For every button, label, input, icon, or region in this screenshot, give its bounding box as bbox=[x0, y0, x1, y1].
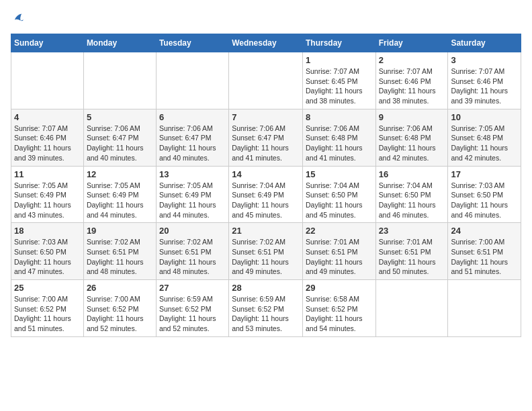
calendar-cell: 5Sunrise: 7:06 AM Sunset: 6:47 PM Daylig… bbox=[83, 109, 156, 166]
day-number: 27 bbox=[159, 283, 226, 293]
day-number: 20 bbox=[159, 226, 226, 236]
day-of-week-header: Friday bbox=[375, 34, 448, 52]
calendar-week-row: 4Sunrise: 7:07 AM Sunset: 6:46 PM Daylig… bbox=[11, 109, 521, 166]
day-number: 2 bbox=[379, 55, 445, 65]
day-info: Sunrise: 7:01 AM Sunset: 6:51 PM Dayligh… bbox=[306, 237, 373, 277]
calendar-cell: 8Sunrise: 7:06 AM Sunset: 6:48 PM Daylig… bbox=[302, 109, 375, 166]
calendar-cell: 29Sunrise: 6:58 AM Sunset: 6:52 PM Dayli… bbox=[302, 280, 375, 337]
day-info: Sunrise: 7:04 AM Sunset: 6:49 PM Dayligh… bbox=[232, 181, 300, 220]
day-number: 6 bbox=[159, 112, 226, 122]
calendar-cell bbox=[83, 52, 156, 109]
day-number: 21 bbox=[232, 226, 300, 236]
day-info: Sunrise: 7:02 AM Sunset: 6:51 PM Dayligh… bbox=[159, 237, 226, 277]
day-info: Sunrise: 7:03 AM Sunset: 6:50 PM Dayligh… bbox=[14, 237, 81, 277]
calendar-week-row: 11Sunrise: 7:05 AM Sunset: 6:49 PM Dayli… bbox=[11, 166, 521, 223]
day-info: Sunrise: 7:06 AM Sunset: 6:47 PM Dayligh… bbox=[159, 124, 226, 163]
day-number: 16 bbox=[379, 169, 445, 179]
calendar-cell: 17Sunrise: 7:03 AM Sunset: 6:50 PM Dayli… bbox=[448, 166, 521, 223]
day-number: 5 bbox=[87, 112, 153, 122]
calendar-cell: 7Sunrise: 7:06 AM Sunset: 6:47 PM Daylig… bbox=[229, 109, 303, 166]
day-number: 19 bbox=[87, 226, 153, 236]
day-of-week-header: Thursday bbox=[302, 34, 375, 52]
day-info: Sunrise: 7:06 AM Sunset: 6:48 PM Dayligh… bbox=[379, 124, 445, 163]
calendar-cell: 16Sunrise: 7:04 AM Sunset: 6:50 PM Dayli… bbox=[375, 166, 448, 223]
calendar-cell: 13Sunrise: 7:05 AM Sunset: 6:49 PM Dayli… bbox=[156, 166, 228, 223]
day-number: 29 bbox=[306, 283, 373, 293]
calendar-cell: 3Sunrise: 7:07 AM Sunset: 6:46 PM Daylig… bbox=[448, 52, 521, 109]
calendar-cell: 20Sunrise: 7:02 AM Sunset: 6:51 PM Dayli… bbox=[156, 223, 228, 280]
day-info: Sunrise: 7:07 AM Sunset: 6:46 PM Dayligh… bbox=[451, 66, 518, 106]
day-number: 7 bbox=[232, 112, 300, 122]
day-number: 18 bbox=[14, 226, 81, 236]
day-info: Sunrise: 7:00 AM Sunset: 6:52 PM Dayligh… bbox=[14, 294, 81, 334]
day-info: Sunrise: 7:07 AM Sunset: 6:46 PM Dayligh… bbox=[14, 124, 81, 163]
day-number: 11 bbox=[14, 169, 81, 179]
calendar-week-row: 1Sunrise: 7:07 AM Sunset: 6:45 PM Daylig… bbox=[11, 52, 521, 109]
day-number: 12 bbox=[87, 169, 153, 179]
calendar-table: SundayMondayTuesdayWednesdayThursdayFrid… bbox=[11, 34, 521, 337]
calendar-header-row: SundayMondayTuesdayWednesdayThursdayFrid… bbox=[11, 34, 521, 52]
calendar-cell: 4Sunrise: 7:07 AM Sunset: 6:46 PM Daylig… bbox=[11, 109, 84, 166]
calendar-cell: 27Sunrise: 6:59 AM Sunset: 6:52 PM Dayli… bbox=[156, 280, 228, 337]
calendar-cell: 26Sunrise: 7:00 AM Sunset: 6:52 PM Dayli… bbox=[83, 280, 156, 337]
calendar-cell: 15Sunrise: 7:04 AM Sunset: 6:50 PM Dayli… bbox=[302, 166, 375, 223]
day-info: Sunrise: 7:02 AM Sunset: 6:51 PM Dayligh… bbox=[87, 237, 153, 277]
calendar-cell: 12Sunrise: 7:05 AM Sunset: 6:49 PM Dayli… bbox=[83, 166, 156, 223]
calendar-cell: 9Sunrise: 7:06 AM Sunset: 6:48 PM Daylig… bbox=[375, 109, 448, 166]
calendar-cell: 11Sunrise: 7:05 AM Sunset: 6:49 PM Dayli… bbox=[11, 166, 84, 223]
day-number: 28 bbox=[232, 283, 300, 293]
page-header bbox=[11, 11, 521, 26]
day-number: 24 bbox=[451, 226, 518, 236]
day-number: 17 bbox=[451, 169, 518, 179]
calendar-cell: 18Sunrise: 7:03 AM Sunset: 6:50 PM Dayli… bbox=[11, 223, 84, 280]
day-info: Sunrise: 7:06 AM Sunset: 6:47 PM Dayligh… bbox=[232, 124, 300, 163]
day-info: Sunrise: 7:05 AM Sunset: 6:49 PM Dayligh… bbox=[14, 181, 81, 220]
calendar-cell: 24Sunrise: 7:00 AM Sunset: 6:51 PM Dayli… bbox=[448, 223, 521, 280]
day-info: Sunrise: 7:05 AM Sunset: 6:49 PM Dayligh… bbox=[159, 181, 226, 220]
day-info: Sunrise: 7:07 AM Sunset: 6:45 PM Dayligh… bbox=[306, 66, 373, 106]
day-of-week-header: Saturday bbox=[448, 34, 521, 52]
day-info: Sunrise: 7:04 AM Sunset: 6:50 PM Dayligh… bbox=[306, 181, 373, 220]
calendar-cell: 1Sunrise: 7:07 AM Sunset: 6:45 PM Daylig… bbox=[302, 52, 375, 109]
day-info: Sunrise: 6:59 AM Sunset: 6:52 PM Dayligh… bbox=[159, 294, 226, 334]
logo bbox=[11, 11, 28, 26]
calendar-week-row: 25Sunrise: 7:00 AM Sunset: 6:52 PM Dayli… bbox=[11, 280, 521, 337]
day-of-week-header: Monday bbox=[83, 34, 156, 52]
day-number: 3 bbox=[451, 55, 518, 65]
calendar-cell: 2Sunrise: 7:07 AM Sunset: 6:46 PM Daylig… bbox=[375, 52, 448, 109]
calendar-cell bbox=[156, 52, 228, 109]
day-info: Sunrise: 7:00 AM Sunset: 6:51 PM Dayligh… bbox=[451, 237, 518, 277]
day-of-week-header: Sunday bbox=[11, 34, 84, 52]
day-info: Sunrise: 6:59 AM Sunset: 6:52 PM Dayligh… bbox=[232, 294, 300, 334]
calendar-cell bbox=[448, 280, 521, 337]
day-number: 9 bbox=[379, 112, 445, 122]
day-info: Sunrise: 7:02 AM Sunset: 6:51 PM Dayligh… bbox=[232, 237, 300, 277]
day-info: Sunrise: 7:04 AM Sunset: 6:50 PM Dayligh… bbox=[379, 181, 445, 220]
day-number: 8 bbox=[306, 112, 373, 122]
calendar-cell: 19Sunrise: 7:02 AM Sunset: 6:51 PM Dayli… bbox=[83, 223, 156, 280]
calendar-cell bbox=[229, 52, 303, 109]
day-info: Sunrise: 7:07 AM Sunset: 6:46 PM Dayligh… bbox=[379, 66, 445, 106]
calendar-cell: 23Sunrise: 7:01 AM Sunset: 6:51 PM Dayli… bbox=[375, 223, 448, 280]
calendar-cell: 22Sunrise: 7:01 AM Sunset: 6:51 PM Dayli… bbox=[302, 223, 375, 280]
day-number: 26 bbox=[87, 283, 153, 293]
day-info: Sunrise: 7:03 AM Sunset: 6:50 PM Dayligh… bbox=[451, 181, 518, 220]
calendar-cell: 10Sunrise: 7:05 AM Sunset: 6:48 PM Dayli… bbox=[448, 109, 521, 166]
calendar-week-row: 18Sunrise: 7:03 AM Sunset: 6:50 PM Dayli… bbox=[11, 223, 521, 280]
day-info: Sunrise: 6:58 AM Sunset: 6:52 PM Dayligh… bbox=[306, 294, 373, 334]
day-info: Sunrise: 7:00 AM Sunset: 6:52 PM Dayligh… bbox=[87, 294, 153, 334]
calendar-cell: 25Sunrise: 7:00 AM Sunset: 6:52 PM Dayli… bbox=[11, 280, 84, 337]
day-number: 15 bbox=[306, 169, 373, 179]
day-number: 22 bbox=[306, 226, 373, 236]
day-of-week-header: Tuesday bbox=[156, 34, 228, 52]
day-number: 1 bbox=[306, 55, 373, 65]
day-number: 14 bbox=[232, 169, 300, 179]
day-number: 23 bbox=[379, 226, 445, 236]
calendar-cell: 21Sunrise: 7:02 AM Sunset: 6:51 PM Dayli… bbox=[229, 223, 303, 280]
day-info: Sunrise: 7:01 AM Sunset: 6:51 PM Dayligh… bbox=[379, 237, 445, 277]
day-number: 13 bbox=[159, 169, 226, 179]
day-of-week-header: Wednesday bbox=[229, 34, 303, 52]
day-info: Sunrise: 7:06 AM Sunset: 6:48 PM Dayligh… bbox=[306, 124, 373, 163]
calendar-cell bbox=[11, 52, 84, 109]
calendar-cell: 14Sunrise: 7:04 AM Sunset: 6:49 PM Dayli… bbox=[229, 166, 303, 223]
